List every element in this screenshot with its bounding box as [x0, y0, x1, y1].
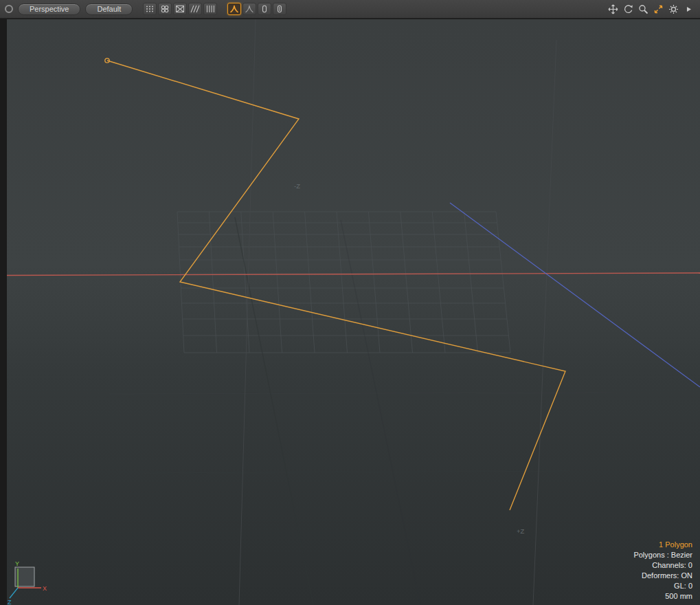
texture-off-icon[interactable]: [173, 3, 187, 15]
viewport-menu-arrow-icon[interactable]: [682, 3, 695, 16]
workplane-edge-line: [239, 19, 256, 605]
info-line: Channels: 0: [633, 560, 692, 571]
workplane-edge-line: [533, 40, 556, 605]
z-axis-line: [450, 203, 700, 387]
gizmo-z-axis: [10, 588, 18, 598]
capsule-icon: [260, 5, 269, 13]
viewport-toolbar: Perspective Default: [0, 0, 700, 19]
viewport-options-gear-icon: [668, 4, 679, 14]
vertex-mode-icon[interactable]: [227, 3, 241, 15]
viewport-nav-tools: [607, 3, 695, 16]
info-line: Polygons : Bezier: [633, 550, 692, 560]
grid-shadow-line: [235, 217, 313, 605]
gizmo-z-label: Z: [8, 599, 12, 605]
info-line: Deformers: ON: [633, 571, 692, 581]
viewport-style-group-1: [143, 3, 217, 15]
orbit-view-icon[interactable]: [622, 3, 635, 16]
workplane-grid-line: [368, 212, 380, 353]
workplane-grid-line: [400, 212, 413, 353]
modo-3d-viewport-window: Perspective Default: [0, 0, 700, 605]
fit-view-icon: [653, 4, 664, 14]
workplane-grid-line: [305, 212, 315, 353]
viewport-menu-arrow-icon: [685, 5, 692, 14]
extended-grid-line: [144, 471, 570, 473]
hatch-diagonal-icon[interactable]: [188, 3, 202, 15]
viewport-options-gear-icon[interactable]: [667, 3, 680, 16]
viewport-info-panel: 1 PolygonPolygons : BezierChannels: 0Def…: [633, 540, 692, 602]
shading-preset-dropdown[interactable]: Default: [85, 3, 133, 15]
orbit-view-icon: [623, 4, 633, 14]
pos-z-label: +Z: [517, 527, 525, 535]
polygon-count-label: 1 Polygon: [633, 540, 692, 550]
viewport-style-group-2: [227, 3, 286, 15]
pan-view-icon[interactable]: [607, 3, 620, 16]
gizmo-x-label: X: [43, 585, 47, 592]
gizmo-y-label: Y: [15, 560, 19, 567]
view-type-dropdown[interactable]: Perspective: [18, 3, 80, 15]
bezier-curve[interactable]: [107, 60, 565, 510]
fit-view-icon[interactable]: [652, 3, 665, 16]
ghost-mode-icon: [245, 5, 254, 13]
pattern-dots-icon[interactable]: [143, 3, 157, 15]
viewport-thumb-icon[interactable]: [5, 5, 13, 13]
hatch-diagonal-icon: [190, 5, 200, 13]
neg-z-label: -Z: [294, 182, 300, 190]
sphere-set-icon: [160, 5, 170, 13]
zoom-view-icon: [638, 4, 648, 14]
workplane-grid-line: [496, 212, 510, 353]
extended-grid-line: [110, 393, 611, 394]
workplane-grid-line: [464, 212, 478, 353]
info-line: 500 mm: [633, 591, 692, 602]
pattern-dots-icon: [145, 5, 155, 13]
zoom-view-icon[interactable]: [637, 3, 650, 16]
workplane-grid-line: [432, 212, 445, 353]
workplane-grid-line: [273, 212, 282, 353]
viewport-canvas[interactable]: -Z+ZYXZ: [7, 19, 700, 605]
pan-view-icon: [608, 4, 618, 14]
grid-shadow-line: [341, 220, 420, 605]
vertex-mode-icon: [229, 5, 239, 13]
ghost-mode-icon[interactable]: [242, 3, 256, 15]
texture-off-icon: [175, 5, 185, 13]
info-line: GL: 0: [633, 581, 692, 591]
capsule-icon[interactable]: [258, 3, 271, 15]
viewport-3d[interactable]: -Z+ZYXZ 1 PolygonPolygons : BezierChanne…: [7, 19, 700, 605]
hatch-vertical-icon: [205, 5, 215, 13]
capsule-outline-icon: [275, 5, 284, 13]
hatch-vertical-icon[interactable]: [203, 3, 217, 15]
capsule-outline-icon[interactable]: [273, 3, 286, 15]
sphere-set-icon[interactable]: [158, 3, 172, 15]
workplane-grid-line: [337, 212, 348, 353]
